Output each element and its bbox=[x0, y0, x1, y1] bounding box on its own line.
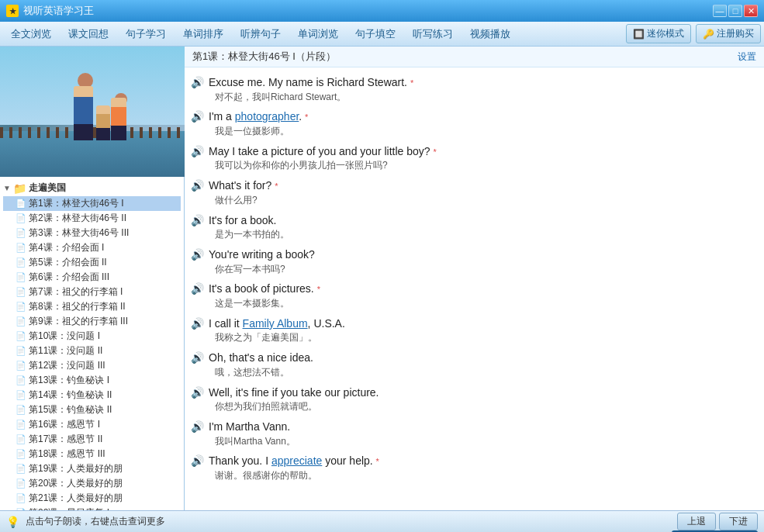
menu-item-dictation[interactable]: 听写练习 bbox=[405, 24, 461, 44]
english-text[interactable]: May I take a picture of you and your lit… bbox=[209, 144, 755, 160]
tree-item[interactable]: 📄第6课：介绍会面 III bbox=[3, 270, 181, 285]
next-button[interactable]: 下进 bbox=[719, 513, 758, 530]
english-text[interactable]: Excuse me. My name is Richard Stewart. * bbox=[209, 75, 755, 91]
menu-item-fulltext[interactable]: 全文浏览 bbox=[3, 24, 59, 44]
highlight-word: appreciate bbox=[271, 454, 322, 467]
speaker-icon[interactable]: 🔊 bbox=[191, 248, 204, 261]
register-icon: 🔑 bbox=[703, 29, 714, 40]
leaf-icon: 📄 bbox=[16, 390, 26, 400]
tree-item[interactable]: 📄第9课：祖父的行李箱 III bbox=[3, 314, 181, 329]
speaker-icon[interactable]: 🔊 bbox=[191, 145, 204, 157]
speaker-icon[interactable]: 🔊 bbox=[191, 454, 204, 467]
dialog-line: 🔊 I'm a photographer. * 我是一位摄影师。 bbox=[191, 108, 755, 139]
speaker-icon[interactable]: 🔊 bbox=[191, 420, 204, 433]
speaker-icon[interactable]: 🔊 bbox=[191, 282, 204, 295]
tree-item[interactable]: 📄第4课：介绍会面 I bbox=[3, 240, 181, 255]
speaker-icon[interactable]: 🔊 bbox=[191, 76, 204, 88]
tree-item[interactable]: 📄第5课：介绍会面 II bbox=[3, 255, 181, 270]
tree-item[interactable]: 📄第8课：祖父的行李箱 II bbox=[3, 299, 181, 314]
menu-item-listen-sentence[interactable]: 听辨句子 bbox=[233, 24, 289, 44]
tree-item[interactable]: 📄第15课：钓鱼秘诀 II bbox=[3, 402, 181, 417]
english-text[interactable]: Oh, that's a nice idea. bbox=[209, 351, 755, 366]
tree-item[interactable]: 📄第14课：钓鱼秘诀 II bbox=[3, 388, 181, 402]
star-marker: * bbox=[317, 285, 320, 294]
english-text[interactable]: It's for a book. bbox=[209, 213, 755, 229]
line-content: What's it for? * 做什么用? bbox=[209, 178, 755, 206]
lesson-header: 第1课：林登大街46号 I（片段） 设置 bbox=[185, 47, 764, 67]
chinese-text: 做什么用? bbox=[215, 194, 755, 207]
menu-bar: 全文浏览 课文回想 句子学习 单词排序 听辨句子 单词浏览 句子填空 听写练习 … bbox=[0, 22, 764, 47]
english-text[interactable]: What's it for? * bbox=[209, 178, 755, 194]
speaker-icon[interactable]: 🔊 bbox=[191, 110, 204, 123]
mini-mode-icon: 🔲 bbox=[633, 29, 645, 40]
english-text[interactable]: It's a book of pictures. * bbox=[209, 282, 755, 297]
line-content: Thank you. I appreciate your help. * 谢谢。… bbox=[209, 454, 755, 482]
photo-placeholder bbox=[0, 47, 185, 177]
expand-icon: ▼ bbox=[3, 184, 11, 192]
left-panel: ▼ 📁 走遍美国 📄第1课：林登大街46号 I📄第2课：林登大街46号 II📄第… bbox=[0, 47, 185, 510]
menu-item-review[interactable]: 课文回想 bbox=[60, 24, 116, 44]
menu-item-video[interactable]: 视频播放 bbox=[462, 24, 518, 44]
tree-item[interactable]: 📄第19课：人类最好的朋 bbox=[3, 461, 181, 476]
dialog-line: 🔊 You're writing a book? 你在写一本书吗? bbox=[191, 246, 755, 277]
tree-item[interactable]: 📄第13课：钓鱼秘诀 I bbox=[3, 373, 181, 388]
chinese-text: 我是一位摄影师。 bbox=[215, 125, 755, 138]
speaker-icon[interactable]: 🔊 bbox=[191, 179, 204, 192]
star-marker: * bbox=[275, 181, 278, 191]
english-text[interactable]: You're writing a book? bbox=[209, 247, 755, 263]
minimize-button[interactable]: — bbox=[713, 5, 727, 17]
tree-item[interactable]: 📄第1课：林登大街46号 I bbox=[3, 196, 181, 211]
tree-item[interactable]: 📄第3课：林登大街46号 III bbox=[3, 226, 181, 240]
leaf-icon: 📄 bbox=[16, 302, 26, 312]
tree-item[interactable]: 📄第16课：感恩节 I bbox=[3, 417, 181, 432]
tree-item[interactable]: 📄第21课：人类最好的朋 bbox=[3, 491, 181, 506]
chinese-text: 谢谢。很感谢你的帮助。 bbox=[215, 469, 755, 482]
tree-item[interactable]: 📄第20课：人类最好的朋 bbox=[3, 476, 181, 491]
speaker-icon[interactable]: 🔊 bbox=[191, 214, 204, 226]
menu-item-sentence[interactable]: 句子学习 bbox=[118, 24, 174, 44]
speaker-icon[interactable]: 🔊 bbox=[191, 386, 204, 399]
chinese-text: 是为一本书拍的。 bbox=[215, 228, 755, 241]
leaf-icon: 📄 bbox=[16, 272, 26, 282]
content-area[interactable]: 🔊 Excuse me. My name is Richard Stewart.… bbox=[185, 67, 764, 510]
tree-item[interactable]: 📄第11课：没问题 II bbox=[3, 344, 181, 358]
window-controls: — □ ✕ bbox=[713, 5, 758, 17]
speaker-icon[interactable]: 🔊 bbox=[191, 351, 204, 364]
dialog-line: 🔊 I'm Martha Vann. 我叫Martha Vann。 bbox=[191, 418, 755, 449]
english-text[interactable]: I call it Family Album, U.S.A. bbox=[209, 316, 755, 332]
speaker-icon[interactable]: 🔊 bbox=[191, 317, 204, 330]
close-button[interactable]: ✕ bbox=[744, 5, 758, 17]
chinese-text: 这是一本摄影集。 bbox=[215, 297, 755, 310]
tree-item[interactable]: 📄第17课：感恩节 II bbox=[3, 432, 181, 447]
line-content: It's a book of pictures. * 这是一本摄影集。 bbox=[209, 282, 755, 309]
english-text[interactable]: I'm Martha Vann. bbox=[209, 420, 755, 435]
window-title: 视听英语学习王 bbox=[23, 4, 713, 18]
tree-item[interactable]: 📄第10课：没问题 I bbox=[3, 329, 181, 344]
line-content: Well, it's fine if you take our picture.… bbox=[209, 385, 755, 413]
line-content: You're writing a book? 你在写一本书吗? bbox=[209, 247, 755, 275]
tree-area: ▼ 📁 走遍美国 📄第1课：林登大街46号 I📄第2课：林登大街46号 II📄第… bbox=[0, 177, 184, 510]
register-button[interactable]: 🔑 注册购买 bbox=[696, 24, 761, 43]
maximize-button[interactable]: □ bbox=[728, 5, 742, 17]
dialog-line: 🔊 Well, it's fine if you take our pictur… bbox=[191, 384, 755, 415]
tree-item[interactable]: 📄第22课：早日康复 I bbox=[3, 506, 181, 510]
english-text[interactable]: Well, it's fine if you take our picture. bbox=[209, 385, 755, 401]
tree-item[interactable]: 📄第18课：感恩节 III bbox=[3, 447, 181, 461]
star-marker: * bbox=[434, 147, 437, 157]
chinese-text: 我称之为「走遍美国」。 bbox=[215, 331, 755, 344]
menu-item-fill-blank[interactable]: 句子填空 bbox=[347, 24, 403, 44]
mini-mode-button[interactable]: 🔲 迷你模式 bbox=[626, 24, 691, 43]
menu-item-word-browse[interactable]: 单词浏览 bbox=[290, 24, 346, 44]
menu-item-word-sort[interactable]: 单词排序 bbox=[175, 24, 231, 44]
english-text[interactable]: I'm a photographer. * bbox=[209, 109, 755, 125]
tip-text: 点击句子朗读，右键点击查词更多 bbox=[26, 515, 671, 528]
lesson-title: 第1课：林登大街46号 I（片段） bbox=[192, 50, 336, 64]
prev-button[interactable]: 上退 bbox=[677, 513, 716, 530]
tree-item[interactable]: 📄第7课：祖父的行李箱 I bbox=[3, 285, 181, 299]
line-content: I call it Family Album, U.S.A. 我称之为「走遍美国… bbox=[209, 316, 755, 344]
tree-item[interactable]: 📄第2课：林登大街46号 II bbox=[3, 211, 181, 226]
highlight-word: Family Album bbox=[243, 317, 308, 330]
settings-link[interactable]: 设置 bbox=[738, 50, 756, 64]
tree-item[interactable]: 📄第12课：没问题 III bbox=[3, 358, 181, 373]
english-text[interactable]: Thank you. I appreciate your help. * bbox=[209, 454, 755, 469]
